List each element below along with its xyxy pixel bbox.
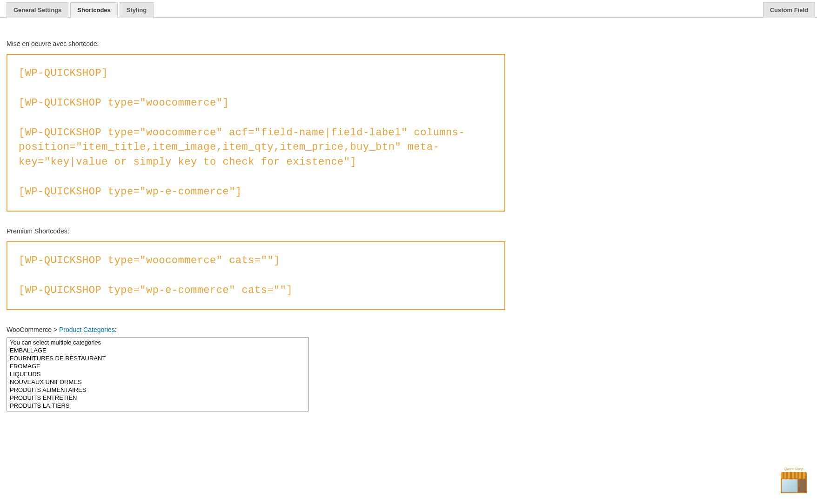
premium-section-label: Premium Shortcodes: [7,227,505,235]
tab-styling[interactable]: Styling [120,2,154,18]
category-option[interactable]: LIQUEURS [8,370,308,378]
tabs-left: General Settings Shortcodes Styling [7,2,155,17]
category-option[interactable]: FROMAGE [8,362,308,370]
tabs-bar: General Settings Shortcodes Styling Cust… [0,0,817,18]
tab-custom-field[interactable]: Custom Field [763,2,815,18]
category-option[interactable]: NOUVEAUX UNIFORMES [8,378,308,386]
premium-code-box: [WP-QUICKSHOP type="woocommerce" cats=""… [7,241,505,310]
tab-general-settings[interactable]: General Settings [7,2,68,18]
shortcode-code-box: [WP-QUICKSHOP] [WP-QUICKSHOP type="wooco… [7,54,505,212]
category-option[interactable]: You can select multiple categories [8,338,308,346]
shortcode-section-label: Mise en oeuvre avec shortcode: [7,40,505,47]
content-area: Mise en oeuvre avec shortcode: [WP-QUICK… [0,18,512,418]
breadcrumb-suffix: : [115,326,117,333]
breadcrumb: WooCommerce > Product Categories: [7,326,505,333]
category-option[interactable]: PRODUITS LAITIERS [8,402,308,410]
category-option[interactable]: FOURNITURES DE RESTAURANT [8,354,308,362]
tab-shortcodes[interactable]: Shortcodes [70,2,118,18]
category-option[interactable]: PRODUITS ALIMENTAIRES [8,386,308,394]
category-option[interactable]: EMBALLAGE [8,346,308,354]
category-select[interactable]: You can select multiple categoriesEMBALL… [7,337,309,411]
breadcrumb-prefix: WooCommerce > [7,326,59,333]
breadcrumb-link[interactable]: Product Categories [59,326,115,333]
category-option[interactable]: PRODUITS ENTRETIEN [8,394,308,402]
